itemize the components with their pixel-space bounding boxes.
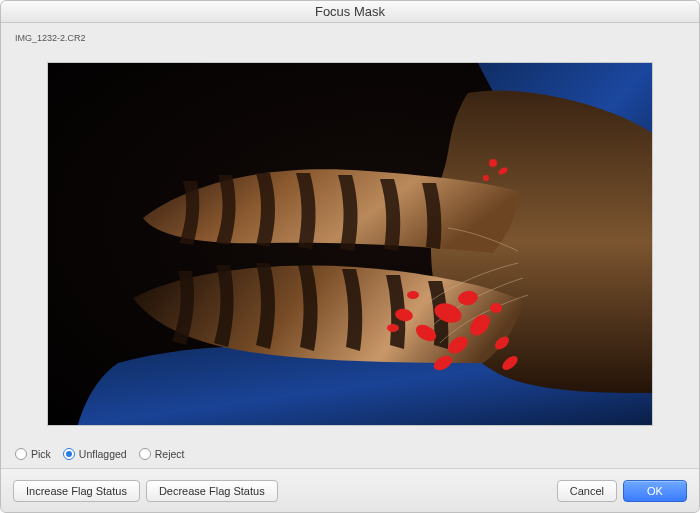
radio-icon [63, 448, 75, 460]
dialog-footer: Increase Flag Status Decrease Flag Statu… [1, 468, 699, 512]
ok-button[interactable]: OK [623, 480, 687, 502]
cancel-button[interactable]: Cancel [557, 480, 617, 502]
svg-point-13 [489, 159, 497, 167]
flag-option-pick[interactable]: Pick [15, 448, 51, 460]
filename-label: IMG_1232-2.CR2 [15, 33, 687, 43]
flag-option-label: Reject [155, 448, 185, 460]
focus-mask-window: Focus Mask IMG_1232-2.CR2 [0, 0, 700, 513]
window-content: IMG_1232-2.CR2 [1, 23, 699, 468]
svg-point-11 [407, 291, 419, 299]
radio-icon [15, 448, 27, 460]
window-title: Focus Mask [1, 1, 699, 23]
flag-radio-group: Pick Unflagged Reject [15, 448, 685, 460]
svg-point-8 [490, 303, 502, 313]
svg-point-12 [387, 324, 399, 332]
decrease-flag-status-button[interactable]: Decrease Flag Status [146, 480, 278, 502]
flag-option-label: Unflagged [79, 448, 127, 460]
svg-point-14 [483, 175, 489, 181]
flag-option-label: Pick [31, 448, 51, 460]
radio-icon [139, 448, 151, 460]
image-preview[interactable] [48, 63, 652, 425]
increase-flag-status-button[interactable]: Increase Flag Status [13, 480, 140, 502]
flag-option-reject[interactable]: Reject [139, 448, 185, 460]
flag-option-unflagged[interactable]: Unflagged [63, 448, 127, 460]
preview-area [13, 47, 687, 440]
image-canvas [48, 63, 652, 425]
